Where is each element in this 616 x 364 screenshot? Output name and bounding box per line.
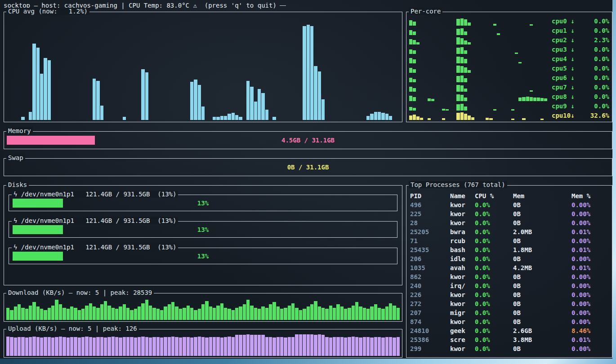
history-bar: [89, 303, 92, 320]
history-bar: [25, 309, 28, 320]
history-bar: [464, 67, 467, 73]
history-bar: [224, 308, 227, 320]
history-bar: [464, 89, 467, 92]
history-bar: [89, 337, 92, 356]
disks-panel: Disks ϟ /dev/nvme0n1p1 121.4GB / 931.5GB…: [4, 185, 402, 285]
upload-panel: Upload (KB/s) — now: 5 | peak: 126: [4, 329, 402, 358]
cpu-avg-panel: CPU avg (now: 1.2%): [4, 12, 402, 122]
process-row: 28kwor0.0%0B0.00%: [410, 218, 610, 227]
history-bar: [518, 98, 522, 101]
history-bar: [366, 116, 370, 120]
history-bar: [456, 85, 460, 92]
process-name: bwra: [450, 228, 475, 235]
history-bar: [544, 98, 547, 101]
core-value: 2.3%: [594, 36, 609, 44]
history-bar: [460, 104, 464, 111]
history-bar: [55, 300, 58, 320]
process-name: idle: [450, 255, 475, 262]
history-bar: [261, 93, 264, 120]
per-core-panel: Per-core cpu0 ↓0.0%cpu1 ↓0.0%cpu2 ↓2.3%c…: [406, 12, 612, 122]
process-mem: 0B: [513, 210, 571, 218]
history-bar: [160, 310, 163, 320]
core-name: cpu1 ↓: [552, 27, 575, 35]
swap-panel: Swap 0B / 31.1GB: [4, 158, 612, 176]
history-bar: [420, 118, 423, 120]
core-row: cpu10↓32.6%: [409, 111, 609, 120]
process-mem: 2.6GB: [513, 327, 571, 334]
history-bar: [336, 337, 339, 356]
history-bar: [40, 309, 43, 320]
history-bar: [209, 337, 212, 356]
disk-gauge-label: 13%: [9, 199, 397, 208]
history-bar: [141, 69, 144, 120]
process-mempct: 0.01%: [571, 336, 610, 343]
process-cpu: 0.0%: [475, 291, 513, 298]
history-bar: [460, 95, 464, 101]
history-bar: [460, 57, 464, 63]
history-bar: [70, 337, 73, 356]
core-row: cpu9 ↓0.0%: [409, 102, 609, 111]
process-mempct: 0.01%: [571, 246, 610, 253]
swap-label: Swap: [6, 154, 25, 161]
history-bar: [321, 308, 325, 320]
process-row: 207migr0.0%0B0.00%: [410, 308, 610, 317]
download-history-chart: [6, 297, 400, 320]
history-bar: [119, 306, 122, 320]
process-pid: 225: [410, 210, 450, 218]
history-bar: [413, 50, 416, 54]
process-mem: 0B: [513, 255, 571, 262]
history-bar: [446, 109, 449, 111]
history-bar: [141, 303, 144, 320]
history-bar: [40, 337, 43, 356]
history-bar: [220, 337, 223, 356]
history-bar: [409, 30, 412, 35]
history-bar: [36, 337, 40, 356]
disk-gauge-label: 13%: [9, 225, 397, 234]
history-bar: [511, 119, 514, 120]
process-header-pid: PID: [410, 192, 450, 200]
history-bar: [409, 96, 412, 101]
history-bar: [456, 48, 460, 54]
history-bar: [93, 337, 96, 356]
history-bar: [235, 115, 238, 120]
history-bar: [74, 308, 77, 320]
process-mempct: 0.00%: [571, 300, 610, 307]
history-bar: [310, 304, 313, 320]
process-pid: 25386: [410, 336, 450, 343]
history-bar: [265, 308, 268, 320]
history-bar: [107, 306, 111, 320]
history-bar: [18, 304, 21, 320]
history-bar: [29, 337, 32, 356]
history-bar: [456, 104, 460, 111]
history-bar: [232, 310, 235, 320]
process-pid: 207: [410, 309, 450, 316]
history-bar: [216, 306, 219, 320]
history-bar: [409, 49, 412, 54]
terminal-window[interactable]: socktop — host: cachyos-gaming | CPU Tem…: [0, 0, 612, 359]
history-bar: [48, 308, 51, 320]
history-bar: [428, 118, 431, 120]
process-pid: 28: [410, 219, 450, 226]
history-bar: [107, 337, 111, 356]
process-name: kwor: [450, 300, 475, 307]
history-bar: [190, 82, 193, 120]
process-mem: 0B: [513, 318, 571, 325]
history-bar: [201, 107, 205, 120]
process-name: migr: [450, 309, 475, 316]
process-pid: 25205: [410, 228, 450, 235]
history-bar: [409, 20, 412, 26]
history-bar: [70, 306, 73, 320]
history-bar: [130, 337, 133, 356]
history-bar: [389, 337, 392, 356]
history-bar: [21, 308, 24, 320]
history-bar: [126, 337, 129, 356]
history-bar: [413, 59, 416, 63]
history-bar: [179, 337, 182, 356]
history-bar: [540, 119, 544, 120]
history-bar: [93, 306, 96, 320]
history-bar: [48, 60, 51, 120]
history-bar: [464, 78, 467, 82]
process-name: kwor: [450, 210, 475, 218]
history-bar: [464, 59, 467, 63]
history-bar: [456, 37, 460, 44]
